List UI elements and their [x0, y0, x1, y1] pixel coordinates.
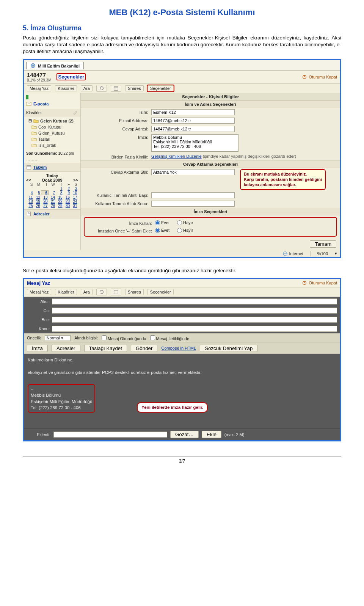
sidebar-eposta[interactable]: E-posta — [26, 100, 78, 107]
toolbar: Mesaj Yaz Klasörler Ara Shares Seçenekle… — [24, 84, 340, 93]
max-note: (max. 2 M) — [224, 432, 245, 437]
input-alici[interactable] — [52, 298, 337, 305]
refresh-icon — [99, 86, 104, 91]
toolbar-secenekler[interactable]: Seçenekler — [147, 85, 174, 91]
btn-ekle[interactable]: Ekle — [202, 431, 221, 438]
folder-icon — [31, 137, 37, 142]
calendar-icon — [26, 165, 31, 170]
internet-icon — [282, 251, 288, 256]
btn-gonder[interactable]: Gönder — [131, 345, 157, 352]
lbl-cevap-adresi: Cevap Adresi: — [84, 126, 148, 131]
toolbar2-icon-1[interactable] — [96, 289, 107, 295]
main-header: Seçenekler - Kişisel Bilgiler — [81, 93, 340, 100]
input-attachment-path[interactable] — [53, 432, 167, 438]
toolbar-ara[interactable]: Ara — [81, 85, 93, 91]
hint-multi: (şimdiye kadar yapılmış değişiklikleri g… — [203, 154, 296, 159]
btn-imza[interactable]: İmza — [27, 345, 48, 352]
logout-link[interactable]: Oturumu Kapat — [302, 74, 337, 80]
mid-paragraph: Siz e-posta iletisi oluşturduğunuzda aşa… — [23, 267, 341, 274]
folder-icon — [31, 143, 37, 148]
toolbar2-ara[interactable]: Ara — [81, 289, 93, 295]
folder-draft[interactable]: Taslak — [26, 136, 78, 142]
zoom-dropdown[interactable]: ▾ — [335, 251, 337, 256]
input-bcc[interactable] — [52, 317, 337, 323]
input-konu[interactable] — [52, 326, 337, 332]
select-oncelik[interactable]: Normal ▾ — [45, 335, 71, 341]
dots: ……… — [24, 157, 80, 163]
select-reply-style[interactable] — [151, 169, 235, 175]
intro-paragraph: Posta gönderdiğiniz kişilerin sizi kolay… — [23, 35, 341, 55]
folder-shared[interactable]: Isis_ortak — [26, 142, 78, 148]
logout-link-2[interactable]: Oturumu Kapat — [302, 280, 337, 286]
quota-bar — [26, 95, 28, 99]
chk-okundu[interactable]: Mesaj Okunduğunda — [102, 335, 146, 341]
lbl-cc: Cc: — [27, 308, 50, 313]
link-compose-html[interactable]: Compose in HTML — [161, 346, 196, 350]
cal-next[interactable]: >> — [73, 178, 78, 182]
chk-iletildi[interactable]: Mesaj İletildiğinde — [150, 335, 190, 341]
toolbar-klasorler[interactable]: Klasörler — [55, 85, 77, 91]
calendar-icon — [113, 289, 119, 295]
last-update: Son Güncelleme: 10:22 pm — [24, 150, 80, 157]
folder-trash[interactable]: Cop_Kutusu — [26, 124, 78, 130]
lbl-isim: İsim: — [84, 109, 148, 115]
btn-spellcheck[interactable]: Sözcük Denetimi Yap — [200, 345, 257, 352]
btn-taslak-kaydet[interactable]: Taslağı Kaydet — [84, 345, 127, 352]
lbl-quote-end: Kullanıcı Tanımlı Alıntı Sonu: — [84, 201, 148, 206]
folder-icon — [31, 130, 37, 136]
sidebar-adresler[interactable]: Adresler — [26, 210, 50, 217]
textarea-imza[interactable] — [151, 134, 238, 152]
radio-use-sig-yes[interactable]: Evet — [155, 220, 169, 225]
toolbar-mesaj-yaz[interactable]: Mesaj Yaz — [27, 85, 51, 91]
ok-button[interactable]: Tamam — [310, 240, 336, 248]
toolbar-icon-1[interactable] — [96, 85, 107, 92]
cal-month: Ocak 2009 — [42, 178, 62, 182]
body-line-1: Katılımcıların Dikkatine, — [28, 357, 336, 363]
input-quote-end[interactable] — [151, 201, 235, 207]
section-reply: Cevap Aktarma Seçenekleri — [81, 160, 340, 168]
lbl-bcc: Bcc: — [27, 317, 50, 322]
input-cc[interactable] — [52, 308, 337, 314]
radio-use-sig-no[interactable]: Hayır — [177, 220, 193, 225]
edit-icon[interactable] — [73, 110, 78, 115]
toolbar2-shares[interactable]: Shares — [125, 289, 144, 295]
tab-secenekler[interactable]: Seçenekler — [56, 73, 86, 80]
sidebar-klasorler-header: Klasörler — [24, 109, 80, 116]
svg-rect-13 — [114, 290, 118, 294]
cal-prev[interactable]: << — [26, 178, 31, 182]
power-icon — [302, 280, 307, 286]
radio-dashes-no[interactable]: Hayır — [177, 228, 193, 233]
toolbar-icon-2[interactable] — [111, 85, 121, 92]
page-title: MEB (K12) e-Posta Sistemi Kullanımı — [23, 8, 341, 17]
zoom-level[interactable]: %100 — [317, 251, 328, 256]
folder-inbox[interactable]: ⊟Gelen Kutusu (2) — [26, 118, 78, 124]
compose-body[interactable]: Katılımcıların Dikkatine, ekolay.net ve … — [24, 354, 340, 429]
lbl-reply-style: Cevap Aktarma Stili: — [84, 169, 148, 174]
folder-sent[interactable]: Giden_Kutusu — [26, 130, 78, 136]
toolbar2-mesaj-yaz[interactable]: Mesaj Yaz — [27, 289, 51, 295]
calendar-grid: SMTWTFS 123 45678910 11121314151617 1819… — [26, 182, 78, 208]
radio-dashes-yes[interactable]: Evet — [155, 228, 169, 233]
svg-rect-3 — [114, 86, 118, 90]
toolbar2-secenekler[interactable]: Seçenekler — [147, 289, 174, 295]
lbl-use-sig: İmza Kullan: — [88, 220, 152, 226]
main-panel: Seçenekler - Kişisel Bilgiler İsim ve Ad… — [81, 93, 340, 250]
input-cevap-adresi[interactable] — [151, 126, 235, 132]
browser-tab[interactable]: Milli Egitim Bakanligi — [26, 62, 84, 69]
lbl-oncelik: Öncelik — [27, 336, 41, 340]
callout-edit-screen: Bu ekranı mutlaka düzenleyiniz. Karşı ta… — [240, 169, 326, 190]
toolbar-shares[interactable]: Shares — [125, 85, 144, 91]
page-number: 3/7 — [23, 457, 341, 464]
globe-icon — [30, 63, 36, 68]
input-email[interactable] — [151, 118, 235, 124]
toolbar2-klasorler[interactable]: Klasörler — [55, 289, 77, 295]
btn-adresler[interactable]: Adresler — [52, 345, 80, 352]
input-isim[interactable] — [151, 109, 235, 115]
lbl-alindi: Alındı bilgisi: — [74, 336, 98, 340]
toolbar2-icon-2[interactable] — [111, 289, 121, 295]
link-edit-identities[interactable]: Gelişmiş Kimlikleri Düzenle — [151, 154, 202, 159]
input-quote-start[interactable] — [151, 192, 235, 198]
user-code: 148477 — [27, 72, 51, 78]
btn-gozat[interactable]: Gözat… — [170, 431, 199, 438]
sidebar-takvim[interactable]: Takvim — [26, 164, 47, 171]
